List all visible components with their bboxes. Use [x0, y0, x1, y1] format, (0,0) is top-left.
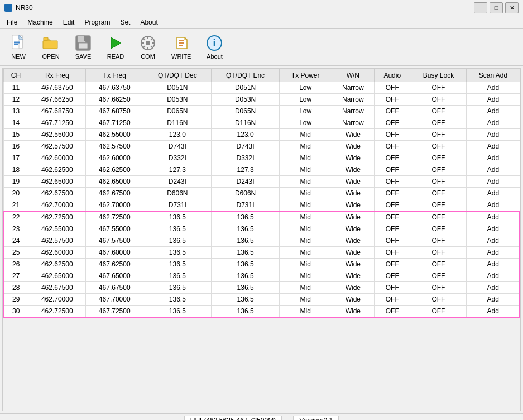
col-wn: W/N [332, 69, 374, 82]
svg-rect-10 [78, 36, 85, 42]
title-bar-controls: ─ □ ✕ [474, 2, 519, 13]
col-rx-freq: Rx Freq [28, 69, 86, 82]
menu-edit[interactable]: Edit [59, 17, 79, 27]
version-status: Version:0.1 [293, 416, 339, 420]
col-audio: Audio [374, 69, 410, 82]
minimize-button[interactable]: ─ [474, 2, 487, 13]
read-icon [107, 34, 124, 52]
col-tx-freq: Tx Freq [86, 69, 143, 82]
svg-line-20 [143, 39, 146, 41]
table-row[interactable]: 29462.70000467.70000136.5136.5MidWideOFF… [3, 294, 520, 306]
table-row[interactable]: 19462.65000462.65000D243ID243IMidWideOFF… [3, 176, 520, 188]
new-icon [9, 34, 27, 52]
menu-bar: File Machine Edit Program Set About [0, 16, 523, 29]
table-row[interactable]: 23462.55000467.55000136.5136.5MidWideOFF… [3, 223, 520, 235]
svg-rect-12 [84, 36, 86, 41]
about-button[interactable]: i About [200, 31, 228, 63]
menu-file[interactable]: File [2, 17, 22, 27]
col-ch: CH [3, 69, 28, 82]
com-icon [139, 34, 157, 52]
write-label: WRITE [171, 53, 191, 60]
col-tx-power: Tx Power [279, 69, 332, 82]
svg-rect-4 [14, 42, 20, 44]
open-label: OPEN [42, 53, 59, 60]
main-content: CH Rx Freq Tx Freq QT/DQT Dec QT/DQT Enc… [0, 66, 523, 413]
table-row[interactable]: 24462.57500467.57500136.5136.5MidWideOFF… [3, 235, 520, 247]
svg-text:i: i [213, 37, 216, 49]
table-row[interactable]: 18462.62500462.62500127.3127.3MidWideOFF… [3, 164, 520, 176]
svg-line-22 [151, 39, 153, 41]
svg-rect-3 [14, 41, 20, 42]
com-button[interactable]: COM [134, 31, 162, 63]
close-button[interactable]: ✕ [505, 2, 519, 13]
table-row[interactable]: 15462.55000462.55000123.0123.0MidWideOFF… [3, 129, 520, 141]
title-bar: NR30 ─ □ ✕ [0, 0, 523, 16]
table-header-row: CH Rx Freq Tx Freq QT/DQT Dec QT/DQT Enc… [3, 69, 520, 82]
com-label: COM [141, 53, 155, 60]
svg-marker-28 [185, 37, 187, 40]
status-bar: UHF(462.5625-467.72500M) Version:0.1 [0, 413, 523, 420]
frequency-status: UHF(462.5625-467.72500M) [184, 416, 282, 420]
table-container[interactable]: CH Rx Freq Tx Freq QT/DQT Dec QT/DQT Enc… [2, 68, 521, 411]
channel-table: CH Rx Freq Tx Freq QT/DQT Dec QT/DQT Enc… [3, 69, 520, 318]
open-button[interactable]: OPEN [37, 31, 65, 63]
table-row[interactable]: 25462.60000467.60000136.5136.5MidWideOFF… [3, 247, 520, 259]
window-title: NR30 [16, 4, 33, 12]
col-busy-lock: Busy Lock [410, 69, 467, 82]
table-row[interactable]: 28462.67500467.67500136.5136.5MidWideOFF… [3, 282, 520, 294]
about-icon: i [205, 34, 223, 52]
table-row[interactable]: 22462.72500462.72500136.5136.5MidWideOFF… [3, 211, 520, 223]
table-row[interactable]: 13467.68750467.68750D065ND065NLowNarrowO… [3, 106, 520, 117]
menu-set[interactable]: Set [116, 17, 135, 27]
save-icon [74, 34, 92, 52]
new-button[interactable]: NEW [4, 31, 32, 63]
toolbar: NEW OPEN SAVE READ [0, 29, 523, 66]
about-label: About [207, 53, 223, 60]
table-row[interactable]: 20462.67500462.67500D606ND606NMidWideOFF… [3, 188, 520, 199]
svg-line-23 [143, 46, 146, 48]
title-bar-left: NR30 [4, 4, 33, 12]
svg-rect-1 [12, 35, 19, 49]
col-scan-add: Scan Add [467, 69, 520, 82]
table-row[interactable]: 26462.62500467.62500136.5136.5MidWideOFF… [3, 259, 520, 270]
write-button[interactable]: WRITE [166, 31, 196, 63]
table-row[interactable]: 14467.71250467.71250D116ND116NLowNarrowO… [3, 117, 520, 129]
table-row[interactable]: 27462.65000467.65000136.5136.5MidWideOFF… [3, 270, 520, 282]
menu-program[interactable]: Program [80, 17, 114, 27]
table-row[interactable]: 16462.57500462.57500D743ID743IMidWideOFF… [3, 141, 520, 152]
table-row[interactable]: 11467.63750467.63750D051ND051NLowNarrowO… [3, 82, 520, 94]
col-qt-dqt-enc: QT/DQT Enc [212, 69, 279, 82]
open-icon [42, 34, 60, 52]
svg-line-21 [151, 46, 153, 48]
read-label: READ [107, 53, 124, 60]
table-row[interactable]: 30462.72500467.72500136.5136.5MidWideOFF… [3, 306, 520, 318]
read-button[interactable]: READ [102, 31, 129, 63]
table-row[interactable]: 21462.70000462.70000D731ID731IMidWideOFF… [3, 199, 520, 212]
menu-about[interactable]: About [136, 17, 162, 27]
svg-rect-11 [79, 43, 88, 49]
maximize-button[interactable]: □ [490, 2, 503, 13]
col-qt-dqt-dec: QT/DQT Dec [143, 69, 212, 82]
write-icon [172, 34, 190, 52]
table-row[interactable]: 12467.66250467.66250D053ND053NLowNarrowO… [3, 94, 520, 106]
save-label: SAVE [75, 53, 92, 60]
svg-rect-8 [43, 41, 57, 49]
save-button[interactable]: SAVE [69, 31, 97, 63]
menu-machine[interactable]: Machine [23, 17, 57, 27]
svg-rect-7 [44, 37, 48, 40]
svg-marker-13 [111, 37, 121, 49]
svg-rect-5 [14, 44, 18, 45]
svg-point-15 [146, 41, 150, 45]
table-row[interactable]: 17462.60000462.60000D332ID332IMidWideOFF… [3, 152, 520, 164]
app-icon [4, 4, 12, 12]
new-label: NEW [11, 53, 26, 60]
